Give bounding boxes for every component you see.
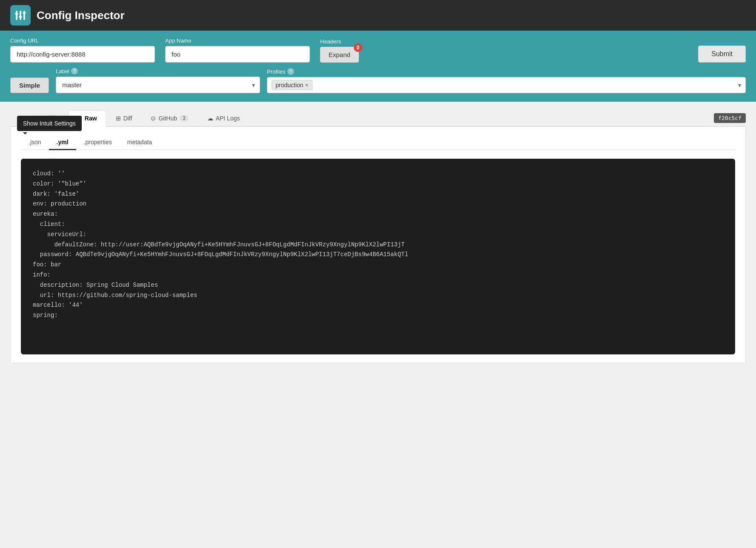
- submit-button[interactable]: Submit: [698, 46, 746, 63]
- code-line: info:: [33, 270, 723, 280]
- code-line: url: https://github.com/spring-cloud-sam…: [33, 291, 723, 301]
- profile-tag-remove-icon[interactable]: ×: [305, 82, 309, 88]
- headers-badge: 0: [354, 43, 362, 52]
- headers-label: Headers: [320, 38, 359, 45]
- app-name-input[interactable]: [165, 46, 310, 63]
- sub-tabs: .json .yml .properties metadata: [21, 135, 735, 150]
- profiles-dropdown-chevron-icon[interactable]: ▾: [738, 82, 741, 88]
- code-line: dark: 'false': [33, 189, 723, 200]
- headers-btn-wrap: Expand 0: [320, 47, 359, 63]
- code-block: cloud: ''color: '"blue"'dark: 'false'env…: [21, 159, 735, 354]
- config-url-input[interactable]: [10, 46, 155, 63]
- tab-api-logs[interactable]: ☁ API Logs: [198, 110, 249, 126]
- app-title: Config Inspector: [37, 9, 125, 22]
- label-select-wrap: master ▾: [56, 77, 260, 93]
- svg-rect-0: [16, 11, 17, 20]
- sub-tab-properties[interactable]: .properties: [76, 135, 120, 150]
- github-icon: ⊙: [151, 115, 156, 122]
- app-header: Config Inspector: [0, 0, 756, 31]
- tab-github[interactable]: ⊙ GitHub 3: [142, 110, 197, 126]
- diff-icon: ⊞: [116, 115, 121, 122]
- sub-tab-metadata[interactable]: metadata: [120, 135, 160, 150]
- svg-rect-4: [19, 16, 22, 17]
- code-line: foo: bar: [33, 260, 723, 270]
- sub-tab-yml[interactable]: .yml: [49, 135, 76, 150]
- headers-group: Headers Expand 0: [320, 38, 359, 63]
- main-content: ⊞ Config 14 ⊟ Raw ⊞ Diff ⊙ GitHub 3 ☁ AP…: [0, 102, 756, 372]
- config-bar: Config URL App Name Headers Expand 0 Sub…: [0, 31, 756, 102]
- svg-rect-5: [23, 12, 26, 14]
- commit-hash: f20c5cf: [714, 113, 746, 123]
- svg-rect-1: [20, 11, 21, 20]
- github-tab-count: 3: [180, 115, 189, 122]
- content-panel: .json .yml .properties metadata cloud: '…: [10, 127, 746, 363]
- label-select-group: Label ? master ▾: [56, 68, 260, 93]
- code-line: description: Spring Cloud Samples: [33, 280, 723, 291]
- label-label: Label ?: [56, 68, 260, 74]
- headers-expand-button[interactable]: Expand: [320, 47, 359, 63]
- code-line: spring:: [33, 311, 723, 321]
- app-logo: [10, 5, 31, 26]
- profiles-input[interactable]: production × ▾: [267, 77, 746, 93]
- code-line: env: production: [33, 199, 723, 209]
- simple-button[interactable]: Simple: [10, 77, 49, 93]
- svg-rect-2: [23, 11, 25, 20]
- label-help-icon[interactable]: ?: [71, 68, 78, 74]
- profile-tag-production: production ×: [272, 80, 312, 90]
- sub-tab-json[interactable]: .json: [21, 135, 49, 150]
- code-line: cloud: '': [33, 169, 723, 179]
- code-line: color: '"blue"': [33, 179, 723, 189]
- show-intuit-settings-tooltip: Show Intuit Settings: [17, 116, 82, 131]
- label-select[interactable]: master: [56, 77, 260, 93]
- config-url-group: Config URL: [10, 37, 155, 63]
- tab-diff[interactable]: ⊞ Diff: [107, 110, 141, 126]
- tabs-row: ⊞ Config 14 ⊟ Raw ⊞ Diff ⊙ GitHub 3 ☁ AP…: [10, 110, 746, 127]
- app-name-label: App Name: [165, 37, 310, 44]
- app-name-group: App Name: [165, 37, 310, 63]
- code-line: password: AQBdTe9vjgOqANyfi+Ke5HYmhFJnuv…: [33, 250, 723, 260]
- code-line: defaultZone: http://user:AQBdTe9vjgOqANy…: [33, 240, 723, 250]
- config-url-label: Config URL: [10, 37, 155, 44]
- code-line: serviceUrl:: [33, 230, 723, 240]
- code-line: client:: [33, 220, 723, 230]
- code-line: marcello: '44': [33, 300, 723, 311]
- svg-rect-3: [15, 13, 18, 14]
- cloud-icon: ☁: [207, 115, 213, 122]
- code-line: eureka:: [33, 209, 723, 220]
- profiles-label: Profiles ?: [267, 68, 746, 75]
- profiles-group: Profiles ? production × ▾: [267, 68, 746, 93]
- profiles-help-icon[interactable]: ?: [287, 68, 294, 75]
